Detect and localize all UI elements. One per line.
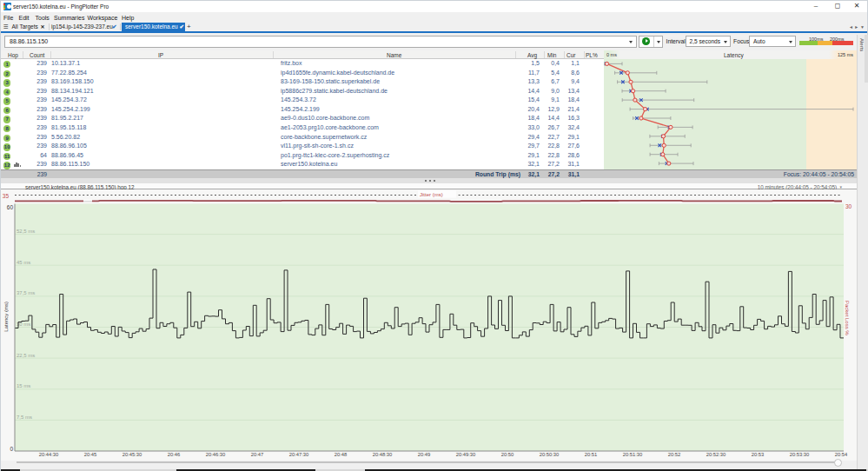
svg-text:60: 60: [7, 204, 14, 210]
svg-text:Jitter (ms): Jitter (ms): [420, 192, 443, 197]
svg-text:22,5 ms: 22,5 ms: [17, 353, 35, 358]
svg-text:35: 35: [3, 193, 10, 199]
svg-text:15 ms: 15 ms: [17, 383, 30, 388]
svg-text:30: 30: [845, 203, 852, 209]
svg-text:52,5 ms: 52,5 ms: [17, 229, 35, 234]
svg-text:7,5 ms: 7,5 ms: [17, 415, 32, 420]
svg-text:45 ms: 45 ms: [17, 260, 30, 265]
svg-text:0: 0: [10, 446, 13, 452]
svg-text:37,5 ms: 37,5 ms: [17, 290, 35, 295]
